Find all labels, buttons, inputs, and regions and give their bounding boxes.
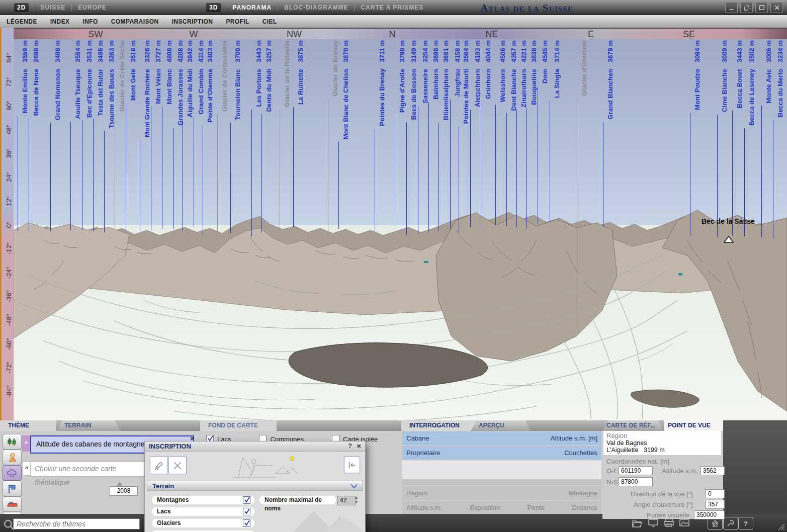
- peak-label: Grandes Jorasses 4208 m: [177, 40, 184, 126]
- layer-row-glaciers: Glaciers: [152, 519, 254, 527]
- peak-label: Les Portons 3443 m: [255, 40, 263, 107]
- angle-input[interactable]: 357: [706, 500, 725, 509]
- leader-line: [375, 129, 375, 232]
- resize-grip[interactable]: [777, 523, 785, 531]
- layer-row-lacs: Lacs: [152, 507, 254, 516]
- display-button[interactable]: [647, 517, 659, 532]
- annotate-pen-button[interactable]: [150, 457, 168, 474]
- menu-2d[interactable]: 2D: [14, 3, 29, 12]
- chevron-down-icon: [663, 529, 675, 532]
- leader-line: [538, 86, 538, 224]
- year-value[interactable]: 2008: [110, 486, 138, 496]
- maximize-button[interactable]: [755, 2, 768, 13]
- tools-button[interactable]: [723, 517, 738, 530]
- toolmenu-info[interactable]: INFO: [83, 18, 98, 25]
- menu-europe[interactable]: EUROPE: [72, 4, 113, 11]
- theme-search-input[interactable]: [13, 518, 140, 529]
- open-folder-button[interactable]: [631, 517, 643, 531]
- checkbox-checked[interactable]: [243, 508, 250, 515]
- theme-category-state-flag[interactable]: [3, 481, 22, 496]
- leader-line: [140, 140, 140, 232]
- ns-input[interactable]: 87800: [619, 477, 653, 486]
- query-footer-distance: Distance: [572, 504, 597, 511]
- delete-annotation-button[interactable]: [168, 457, 187, 474]
- tab-point-de-vue[interactable]: POINT DE VUE: [664, 420, 723, 431]
- pdv-tabrow: CARTE DE RÉF... POINT DE VUE: [602, 420, 723, 431]
- menu-carte-a-prismes[interactable]: CARTE A PRISMES: [355, 4, 429, 11]
- dialog-close-button[interactable]: ×: [357, 441, 361, 450]
- menu-suisse[interactable]: SUISSE: [34, 4, 71, 11]
- tab-fond-de-carte[interactable]: FOND DE CARTE: [200, 420, 277, 431]
- theme-tabrow: THÈME TERRAIN: [0, 420, 200, 431]
- toolmenu-comparaison[interactable]: COMPARAISON: [111, 18, 159, 25]
- oe-input[interactable]: 601190: [619, 466, 653, 475]
- leader-line: [470, 110, 471, 227]
- direction-input[interactable]: 0: [706, 489, 725, 498]
- region-value: Val de Bagnes: [606, 439, 718, 447]
- toolmenu-profil[interactable]: PROFIL: [226, 18, 249, 25]
- leader-line: [527, 108, 527, 229]
- peak-label: Pointes du Brenay 3711 m: [378, 40, 386, 126]
- dialog-help-button[interactable]: ?: [348, 442, 352, 450]
- export-image-button[interactable]: [678, 517, 690, 532]
- collapse-theme-chip[interactable]: ^: [22, 435, 30, 452]
- leader-line: [162, 107, 162, 229]
- tab-theme[interactable]: THÈME: [0, 420, 56, 431]
- query-row-region: Région Montagne: [402, 486, 601, 500]
- peak-label: Jungfrau 4158 m: [454, 40, 461, 97]
- axis-tick-label: -36°: [5, 290, 13, 302]
- maximize-icon: [758, 4, 765, 11]
- leader-line: [328, 99, 328, 246]
- alt-input[interactable]: 3562: [701, 466, 725, 475]
- toolmenu-l-gende[interactable]: LÉGENDE: [7, 18, 37, 25]
- year-slider-thumb[interactable]: [117, 482, 123, 486]
- tab-carte-de-ref[interactable]: CARTE DE RÉF...: [602, 420, 664, 431]
- toolmenu-index[interactable]: INDEX: [50, 18, 70, 25]
- restore-button[interactable]: [740, 2, 753, 13]
- help-button[interactable]: ?: [738, 517, 753, 530]
- range-input[interactable]: 350000: [694, 510, 725, 519]
- theme-category-transport-train[interactable]: [3, 496, 22, 512]
- check-icon: [243, 519, 251, 526]
- titlebar: 2DSUISSEEUROPE 3DPANORAMABLOC-DIAGRAMMEC…: [0, 0, 787, 15]
- peak-label: Tsoume des Boucs 3263 m: [108, 40, 115, 128]
- reset-labels-button[interactable]: [344, 457, 360, 473]
- mode-menu-2d: 2DSUISSEEUROPE: [9, 0, 113, 15]
- axis-tick-label: 72°: [5, 77, 13, 87]
- leader-line: [194, 117, 194, 226]
- help-icon: ?: [741, 519, 750, 528]
- tab-terrain[interactable]: TERRAIN: [56, 420, 121, 431]
- menu-panorama[interactable]: PANORAMA: [226, 4, 278, 11]
- peak-label: Bec d'Epicoune 3531 m: [85, 40, 93, 118]
- panorama-view[interactable]: Monte Emilius 3559 mBecca de Nona 2898 m…: [14, 39, 787, 420]
- theme-category-nature-trees[interactable]: [3, 434, 22, 450]
- query-couchettes-label: Couchettes: [564, 449, 597, 457]
- second-theme-field[interactable]: Choisir une seconde carte thématique: [30, 462, 148, 477]
- watermark-mountains: [291, 502, 365, 532]
- theme-category-climate-cloud[interactable]: [3, 465, 22, 481]
- peak-label: Mont Blanc 4808 m: [165, 40, 173, 104]
- peak-label: Tournelon Blanc 3700 m: [234, 40, 241, 120]
- climate-cloud-icon: [6, 468, 19, 479]
- coords-label: Coordonnées nat. [m]: [606, 458, 669, 465]
- summit-marker-triangle[interactable]: [724, 235, 734, 243]
- menu-bloc-diagramme[interactable]: BLOC-DIAGRAMME: [278, 4, 354, 11]
- interrogation-tabrow: INTERROGATION APERÇU: [401, 420, 602, 431]
- menu-3d[interactable]: 3D: [206, 3, 221, 12]
- inscription-dialog-title[interactable]: INSCRIPTION: [145, 441, 365, 452]
- minimize-button[interactable]: [725, 2, 738, 13]
- checkbox-checked[interactable]: [243, 519, 250, 527]
- toolmenu-ciel[interactable]: CIEL: [263, 18, 277, 25]
- theme-category-society-person[interactable]: [3, 450, 22, 465]
- query-footer-altitude-s-m-: Altitude s.m.: [406, 504, 443, 511]
- toolmenu-inscription[interactable]: INSCRIPTION: [172, 18, 213, 25]
- terrain-section-header[interactable]: Terrain: [147, 481, 363, 491]
- checkbox-checked[interactable]: [243, 496, 250, 504]
- query-footer-exposition: Exposition: [470, 504, 500, 511]
- leader-line: [406, 122, 407, 235]
- leader-line: [50, 123, 51, 231]
- state-flag-icon: [6, 483, 19, 494]
- print-button[interactable]: [663, 517, 675, 532]
- close-button[interactable]: [770, 2, 783, 13]
- tab-apercu[interactable]: APERÇU: [471, 420, 531, 431]
